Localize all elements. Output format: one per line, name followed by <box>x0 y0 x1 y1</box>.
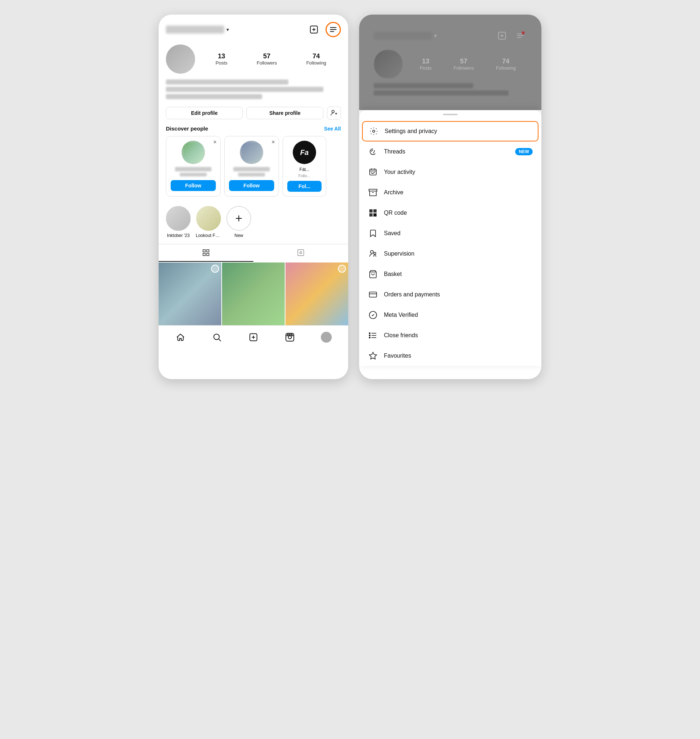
svg-marker-60 <box>369 352 376 359</box>
discover-title: Discover people <box>166 125 208 132</box>
add-post-button[interactable] <box>307 23 321 36</box>
svg-point-34 <box>373 130 375 132</box>
menu-item-settings[interactable]: Settings and privacy <box>362 121 538 141</box>
menu-item-supervision[interactable]: Supervision <box>359 244 541 264</box>
close-card-1-button[interactable]: × <box>213 139 216 145</box>
posts-grid <box>159 263 348 325</box>
top-icons <box>307 22 341 37</box>
menu-item-activity[interactable]: Your activity <box>359 162 541 182</box>
see-all-button[interactable]: See All <box>324 126 341 132</box>
svg-line-18 <box>219 339 221 341</box>
discover-card-3: Fa Fát... Follo... Fol... <box>282 136 326 197</box>
menu-item-threads[interactable]: Threads NEW <box>359 141 541 162</box>
nav-add-button[interactable] <box>246 330 261 345</box>
tab-grid[interactable] <box>159 244 253 262</box>
following-stat[interactable]: 74 Following <box>306 53 326 66</box>
svg-point-23 <box>288 336 292 339</box>
nav-profile-avatar <box>321 332 332 343</box>
saved-icon <box>368 228 378 238</box>
menu-item-archive[interactable]: Archive <box>359 182 541 203</box>
nav-search-button[interactable] <box>210 330 224 345</box>
favourites-label: Favourites <box>384 353 533 359</box>
post-thumb-1[interactable] <box>159 263 221 325</box>
svg-point-25 <box>287 334 288 335</box>
svg-point-58 <box>369 335 371 336</box>
svg-rect-46 <box>374 215 375 216</box>
svg-rect-42 <box>371 215 372 216</box>
add-friend-button[interactable] <box>327 106 341 120</box>
story-item-new[interactable]: New <box>226 206 251 238</box>
close-card-2-button[interactable]: × <box>272 139 275 145</box>
saved-label: Saved <box>384 230 533 237</box>
following-label: Following <box>306 60 326 66</box>
orders-icon <box>368 289 378 300</box>
bio-line-2 <box>166 87 324 92</box>
right-bio-area <box>366 83 534 103</box>
card-1-avatar <box>182 141 205 164</box>
qrcode-label: QR code <box>384 210 533 216</box>
menu-item-qrcode[interactable]: QR code <box>359 203 541 223</box>
threads-badge: NEW <box>515 148 533 155</box>
nav-home-button[interactable] <box>173 330 188 345</box>
card-2-avatar <box>240 141 263 164</box>
friends-icon <box>368 330 378 341</box>
svg-point-48 <box>371 250 374 253</box>
right-stats: 13 Posts 57 Followers 74 Following <box>409 57 527 71</box>
right-top-icons <box>496 29 527 42</box>
right-add-post-button[interactable] <box>496 29 509 42</box>
profile-section: 13 Posts 57 Followers 74 Following <box>159 41 348 79</box>
followers-label: Followers <box>257 60 277 66</box>
favourites-icon <box>368 351 378 361</box>
follow-button-1[interactable]: Follow <box>171 180 216 191</box>
menu-item-saved[interactable]: Saved <box>359 223 541 244</box>
right-chevron-icon: ▾ <box>434 33 437 39</box>
svg-rect-11 <box>203 250 205 252</box>
story-item-2[interactable]: Lookout Fair '... <box>196 206 221 238</box>
nav-profile-button[interactable] <box>319 330 334 345</box>
menu-item-orders[interactable]: Orders and payments <box>359 284 541 305</box>
menu-item-favourites[interactable]: Favourites <box>359 345 541 366</box>
svg-rect-13 <box>203 253 205 256</box>
menu-item-meta[interactable]: Meta Verified <box>359 305 541 325</box>
profile-bg-section: ▾ <box>359 15 541 110</box>
menu-item-basket[interactable]: Basket <box>359 264 541 284</box>
svg-point-26 <box>290 334 291 335</box>
tab-tagged[interactable] <box>253 244 348 262</box>
supervision-icon <box>368 249 378 259</box>
supervision-label: Supervision <box>384 250 533 257</box>
right-followers-stat: 57 Followers <box>453 57 474 71</box>
discover-card-2: × Follow <box>224 136 279 197</box>
right-following-count: 74 <box>502 57 509 65</box>
follow-button-3[interactable]: Fol... <box>287 181 322 192</box>
story-circle-1 <box>166 206 191 231</box>
bio-line-1 <box>166 79 288 85</box>
nav-reels-button[interactable] <box>282 330 297 345</box>
svg-point-57 <box>369 333 371 334</box>
story-item-1[interactable]: Inktober '23 <box>166 206 191 238</box>
bottom-sheet: Settings and privacy Threads NEW <box>359 110 541 366</box>
menu-button[interactable] <box>326 22 341 37</box>
card-2-name <box>233 167 269 171</box>
friends-label: Close friends <box>384 332 533 339</box>
post-thumb-3[interactable] <box>285 263 348 325</box>
settings-label: Settings and privacy <box>385 128 532 135</box>
bio-area <box>159 79 348 106</box>
profile-buttons: Edit profile Share profile <box>159 106 348 125</box>
threads-icon <box>368 147 378 157</box>
add-story-circle[interactable] <box>226 206 251 231</box>
posts-stat[interactable]: 13 Posts <box>215 53 228 66</box>
right-posts-label: Posts <box>420 65 432 71</box>
followers-stat[interactable]: 57 Followers <box>257 53 277 66</box>
select-indicator-3 <box>338 265 346 273</box>
username-area[interactable]: ▾ <box>166 25 229 34</box>
menu-item-friends[interactable]: Close friends <box>359 325 541 345</box>
discover-section: Discover people See All × Follow × <box>159 125 348 202</box>
svg-rect-44 <box>374 214 375 215</box>
right-followers-label: Followers <box>453 65 474 71</box>
post-thumb-2[interactable] <box>222 263 285 325</box>
edit-profile-button[interactable]: Edit profile <box>166 107 243 119</box>
select-indicator-1 <box>211 265 219 273</box>
right-menu-button[interactable] <box>514 29 527 42</box>
follow-button-2[interactable]: Follow <box>229 180 274 191</box>
share-profile-button[interactable]: Share profile <box>247 107 324 119</box>
